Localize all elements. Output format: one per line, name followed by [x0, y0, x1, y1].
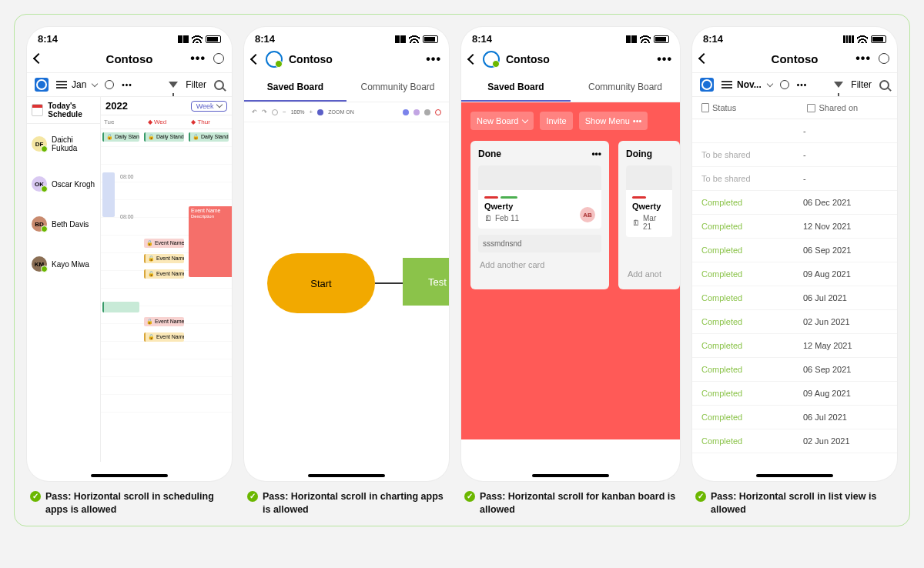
filter-label[interactable]: Filter — [851, 79, 872, 90]
filter-label[interactable]: Filter — [186, 79, 206, 90]
event[interactable]: Event NameDescription — [189, 206, 232, 277]
back-icon[interactable] — [33, 53, 44, 64]
table-row[interactable]: To be shared- — [692, 143, 897, 167]
table-row[interactable]: Completed09 Aug 2021 — [692, 262, 897, 286]
search-icon[interactable] — [214, 80, 224, 90]
more-icon[interactable]: ••• — [426, 52, 441, 66]
avatar[interactable]: AB — [580, 207, 595, 222]
tool-icon[interactable]: − — [283, 109, 286, 115]
table-row[interactable]: Completed12 Nov 2021 — [692, 215, 897, 239]
table-row[interactable]: Completed02 Jun 2021 — [692, 429, 897, 453]
new-board-button[interactable]: New Board — [470, 112, 534, 130]
event[interactable]: 🔒 Daily Standup — [189, 132, 229, 142]
color-swatch[interactable] — [435, 109, 441, 115]
event[interactable]: 🔒 Event Name — [144, 332, 184, 342]
kanban-column-doing[interactable]: Doing Qwerty 🗓Mar 21 Add anot — [618, 141, 680, 289]
schedule-grid[interactable]: 🔒 Daily Standup 🔒 Daily Standup 🔒 Daily … — [101, 129, 232, 422]
table-row[interactable]: To be shared- — [692, 167, 897, 191]
col-status[interactable]: Status — [712, 103, 736, 112]
add-card-button[interactable]: Add anot — [626, 266, 672, 282]
kanban-card[interactable]: Qwerty 🗓Feb 11 AB — [478, 165, 601, 229]
node-test[interactable]: Test — [403, 258, 449, 306]
card-input[interactable]: sssmdnsnd — [478, 235, 601, 252]
table-row[interactable]: Completed12 May 2021 — [692, 334, 897, 358]
month-picker[interactable]: Jan — [56, 79, 97, 90]
circle-icon[interactable] — [105, 80, 114, 89]
table-row[interactable]: Completed06 Jul 2021 — [692, 406, 897, 429]
month-picker[interactable]: Nov... — [721, 79, 772, 90]
event[interactable]: 🔒 Event Name — [144, 254, 184, 263]
table-row[interactable]: Completed06 Sep 2021 — [692, 239, 897, 262]
filter-icon[interactable] — [169, 82, 178, 88]
home-indicator[interactable] — [532, 474, 609, 477]
phone-scheduling: 8:14 Contoso ••• Jan ••• — [27, 27, 232, 481]
color-swatch[interactable] — [413, 109, 420, 115]
search-icon[interactable] — [879, 80, 889, 90]
tab-saved[interactable]: Saved Board — [461, 74, 571, 102]
kanban-card[interactable]: Qwerty 🗓Mar 21 — [626, 165, 672, 237]
tool-icon[interactable] — [272, 109, 278, 115]
undo-icon[interactable]: ↶ — [252, 109, 257, 115]
home-indicator[interactable] — [91, 474, 168, 477]
table-row[interactable]: Completed06 Jul 2021 — [692, 286, 897, 310]
home-indicator[interactable] — [756, 474, 833, 477]
back-icon[interactable] — [467, 54, 478, 65]
chart-canvas[interactable]: Start Test — [244, 122, 449, 384]
app-logo-icon[interactable] — [266, 51, 283, 68]
color-swatch[interactable] — [424, 109, 430, 115]
filter-icon[interactable] — [834, 82, 843, 88]
app-icon[interactable] — [35, 78, 49, 92]
home-indicator[interactable] — [308, 474, 385, 477]
column-more-icon[interactable]: ••• — [591, 149, 601, 159]
event[interactable]: 🔒 Event Name — [144, 239, 184, 248]
col-shared[interactable]: Shared on — [819, 103, 858, 112]
event[interactable]: 🔒 Event Name — [144, 269, 184, 279]
kanban-body[interactable]: New Board Invite Show Menu ••• Done••• Q… — [461, 102, 680, 439]
circle-icon[interactable] — [780, 80, 789, 89]
app-logo-icon[interactable] — [483, 51, 500, 68]
color-swatch[interactable] — [403, 109, 409, 115]
show-menu-button[interactable]: Show Menu ••• — [579, 112, 648, 130]
back-icon[interactable] — [698, 53, 709, 64]
chat-icon[interactable] — [879, 53, 889, 64]
back-icon[interactable] — [250, 54, 261, 65]
more-icon[interactable]: ••• — [797, 81, 808, 89]
tab-community[interactable]: Community Board — [571, 74, 680, 102]
tool-icon[interactable]: + — [310, 109, 313, 115]
nav-bar: Contoso ••• — [461, 46, 680, 74]
event[interactable] — [102, 302, 139, 312]
table-row[interactable]: Completed06 Dec 2021 — [692, 191, 897, 215]
event[interactable] — [102, 172, 115, 217]
kanban-column-done[interactable]: Done••• Qwerty 🗓Feb 11 AB sssmdnsnd Add … — [470, 141, 609, 289]
table-row[interactable]: Completed02 Jun 2021 — [692, 310, 897, 334]
week-toggle[interactable]: Week — [191, 101, 227, 112]
tab-saved[interactable]: Saved Board — [244, 74, 346, 102]
table-row[interactable]: Completed06 Sep 2021 — [692, 358, 897, 382]
event[interactable]: 🔒 Daily Standup — [102, 132, 139, 142]
more-icon[interactable]: ••• — [657, 52, 672, 66]
kanban-columns[interactable]: Done••• Qwerty 🗓Feb 11 AB sssmdnsnd Add … — [470, 141, 680, 289]
table-row[interactable]: Completed09 Aug 2021 — [692, 382, 897, 406]
table-row[interactable]: - — [692, 119, 897, 143]
more-icon[interactable]: ••• — [190, 52, 206, 65]
redo-icon[interactable]: ↷ — [262, 109, 267, 115]
person-row[interactable]: OKOscar Krogh — [27, 164, 100, 204]
list-body[interactable]: Status Shared on -To be shared-To be sha… — [692, 97, 897, 462]
more-icon[interactable]: ••• — [855, 52, 871, 65]
caption-text: Pass: Horizontal scroll in charting apps… — [263, 491, 444, 515]
chat-icon[interactable] — [213, 53, 224, 64]
schedule-body[interactable]: Today's Schedule DFDaichi FukudaOKOscar … — [27, 97, 232, 462]
invite-button[interactable]: Invite — [540, 112, 572, 130]
node-start[interactable]: Start — [267, 253, 375, 313]
schedule-grid-area[interactable]: 2022 Week Tue ◆ Wed ◆ Thur 🔒 Daily Stand… — [101, 97, 232, 462]
toggle-icon[interactable] — [317, 109, 323, 115]
event[interactable]: 🔒 Daily Standup — [144, 132, 184, 142]
person-row[interactable]: BDBeth Davis — [27, 204, 100, 244]
app-icon[interactable] — [700, 78, 714, 92]
person-row[interactable]: DFDaichi Fukuda — [27, 124, 100, 164]
add-card-button[interactable]: Add another card — [478, 257, 601, 272]
event[interactable]: 🔒 Event Name — [144, 317, 184, 326]
person-row[interactable]: KMKayo Miwa — [27, 244, 100, 284]
tab-community[interactable]: Community Board — [346, 74, 449, 102]
more-icon[interactable]: ••• — [122, 81, 132, 89]
